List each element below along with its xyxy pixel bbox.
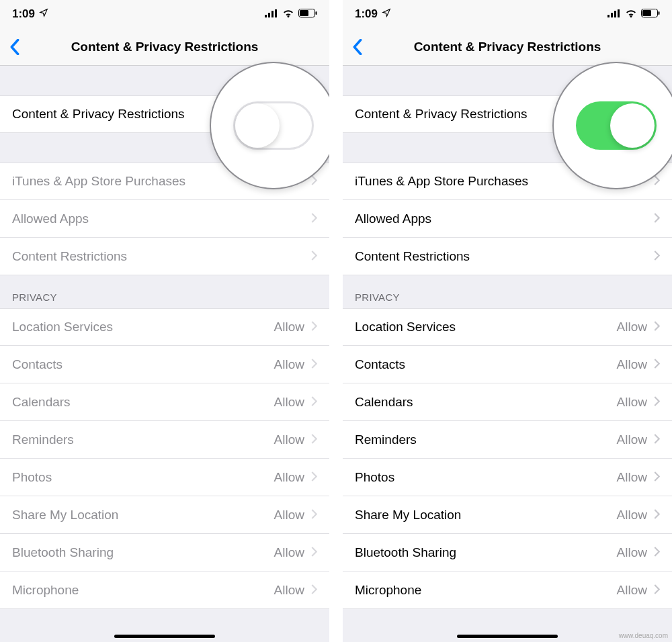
photos-cell[interactable]: Photos Allow xyxy=(343,459,672,496)
chevron-right-icon xyxy=(311,470,317,485)
cell-label: Share My Location xyxy=(12,508,118,522)
cell-value: Allow xyxy=(617,470,647,485)
bluetooth-sharing-cell[interactable]: Bluetooth Sharing Allow xyxy=(0,534,329,571)
status-bar: 1:09 xyxy=(0,0,329,28)
cell-label: Reminders xyxy=(355,432,417,447)
allowed-apps-cell[interactable]: Allowed Apps xyxy=(343,200,672,238)
chevron-right-icon xyxy=(311,357,317,372)
cell-value: Allow xyxy=(617,583,647,598)
privacy-section-header: PRIVACY xyxy=(0,275,329,308)
toggle-knob xyxy=(235,103,280,148)
chevron-right-icon xyxy=(311,583,317,598)
share-location-cell[interactable]: Share My Location Allow xyxy=(0,496,329,534)
chevron-right-icon xyxy=(311,249,317,264)
cell-label: Photos xyxy=(12,470,52,485)
chevron-right-icon xyxy=(311,545,317,560)
cell-label: Content Restrictions xyxy=(12,249,127,264)
nav-bar: Content & Privacy Restrictions xyxy=(0,28,329,66)
cellular-signal-icon xyxy=(607,7,621,21)
magnified-toggle-on xyxy=(576,101,657,150)
cell-value: Allow xyxy=(617,508,647,522)
reminders-cell[interactable]: Reminders Allow xyxy=(0,421,329,459)
watermark: www.deuaq.com xyxy=(619,632,668,639)
status-time: 1:09 xyxy=(355,7,378,21)
cell-label: Share My Location xyxy=(355,508,461,522)
chevron-right-icon xyxy=(654,583,660,598)
back-button[interactable] xyxy=(0,32,30,62)
svg-rect-3 xyxy=(275,9,277,17)
cell-label: Content & Privacy Restrictions xyxy=(355,107,528,122)
phone-screenshot-on: 1:09 Content & Privacy Restrictions xyxy=(343,0,672,642)
svg-rect-12 xyxy=(642,10,651,16)
home-indicator[interactable] xyxy=(457,635,558,638)
wifi-icon xyxy=(282,7,294,21)
cell-label: Location Services xyxy=(12,320,113,334)
back-button[interactable] xyxy=(343,32,372,62)
cell-label: Calendars xyxy=(355,395,413,410)
chevron-right-icon xyxy=(654,320,660,334)
status-time: 1:09 xyxy=(12,7,35,21)
nav-bar: Content & Privacy Restrictions xyxy=(343,28,672,66)
nav-title: Content & Privacy Restrictions xyxy=(343,40,672,54)
cell-value: Allow xyxy=(617,545,647,560)
reminders-cell[interactable]: Reminders Allow xyxy=(343,421,672,459)
cell-value: Allow xyxy=(274,508,304,522)
contacts-cell[interactable]: Contacts Allow xyxy=(0,346,329,383)
cell-value: Allow xyxy=(617,320,647,334)
location-services-cell[interactable]: Location Services Allow xyxy=(0,308,329,346)
svg-rect-10 xyxy=(618,9,620,17)
chevron-right-icon xyxy=(654,508,660,522)
battery-icon xyxy=(641,7,660,21)
svg-rect-0 xyxy=(265,15,267,17)
cell-value: Allow xyxy=(274,357,304,372)
cell-label: Content Restrictions xyxy=(355,249,470,264)
privacy-section-header: PRIVACY xyxy=(343,275,672,308)
chevron-right-icon xyxy=(654,545,660,560)
home-indicator[interactable] xyxy=(114,635,215,638)
share-location-cell[interactable]: Share My Location Allow xyxy=(343,496,672,534)
cell-label: Content & Privacy Restrictions xyxy=(12,107,185,122)
svg-rect-1 xyxy=(268,13,270,17)
cell-label: Microphone xyxy=(355,583,421,598)
microphone-cell[interactable]: Microphone Allow xyxy=(0,571,329,609)
status-bar: 1:09 xyxy=(343,0,672,28)
toggle-knob xyxy=(610,103,655,148)
cell-label: Contacts xyxy=(12,357,62,372)
calendars-cell[interactable]: Calendars Allow xyxy=(343,383,672,421)
chevron-right-icon xyxy=(311,395,317,410)
cell-label: iTunes & App Store Purchases xyxy=(12,174,185,189)
chevron-right-icon xyxy=(654,470,660,485)
cell-value: Allow xyxy=(617,357,647,372)
chevron-right-icon xyxy=(311,212,317,226)
magnifier-callout xyxy=(552,62,672,189)
chevron-right-icon xyxy=(654,249,660,264)
cell-label: Reminders xyxy=(12,432,74,447)
content-restrictions-cell[interactable]: Content Restrictions xyxy=(343,238,672,275)
svg-rect-13 xyxy=(659,11,660,15)
cell-label: Allowed Apps xyxy=(355,212,431,226)
chevron-right-icon xyxy=(654,395,660,410)
cell-value: Allow xyxy=(274,432,304,447)
cell-label: Bluetooth Sharing xyxy=(355,545,456,560)
calendars-cell[interactable]: Calendars Allow xyxy=(0,383,329,421)
allowed-apps-cell[interactable]: Allowed Apps xyxy=(0,200,329,238)
cellular-signal-icon xyxy=(265,7,278,21)
chevron-right-icon xyxy=(654,212,660,226)
cell-label: Calendars xyxy=(12,395,71,410)
magnifier-callout xyxy=(210,62,329,189)
microphone-cell[interactable]: Microphone Allow xyxy=(343,571,672,609)
chevron-right-icon xyxy=(311,320,317,334)
cell-value: Allow xyxy=(617,395,647,410)
wifi-icon xyxy=(625,7,637,21)
chevron-right-icon xyxy=(311,508,317,522)
location-services-cell[interactable]: Location Services Allow xyxy=(343,308,672,346)
photos-cell[interactable]: Photos Allow xyxy=(0,459,329,496)
cell-value: Allow xyxy=(274,320,304,334)
content-restrictions-cell[interactable]: Content Restrictions xyxy=(0,238,329,275)
location-arrow-icon xyxy=(39,7,48,21)
cell-value: Allow xyxy=(274,545,304,560)
bluetooth-sharing-cell[interactable]: Bluetooth Sharing Allow xyxy=(343,534,672,571)
cell-label: Photos xyxy=(355,470,394,485)
contacts-cell[interactable]: Contacts Allow xyxy=(343,346,672,383)
cell-label: Contacts xyxy=(355,357,405,372)
